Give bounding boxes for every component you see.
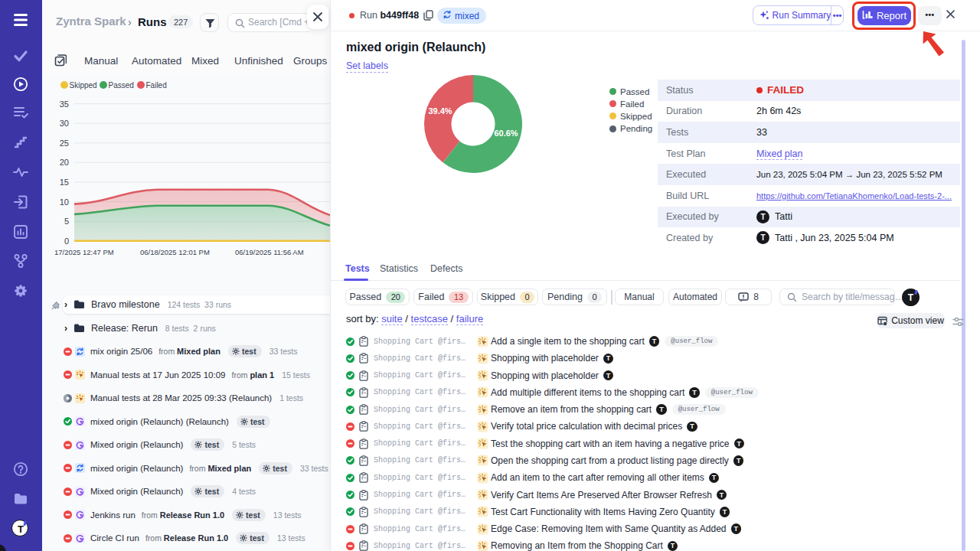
svg-text:06/19/2025 11:56 AM: 06/19/2025 11:56 AM (235, 248, 304, 256)
svg-text:25: 25 (60, 139, 69, 148)
svg-text:Failed: Failed (146, 81, 167, 90)
svg-text:35: 35 (60, 99, 69, 109)
svg-text:20: 20 (60, 158, 69, 167)
svg-text:0: 0 (64, 236, 69, 246)
svg-text:60.6%: 60.6% (494, 129, 518, 138)
svg-text:17/2025 12:47 PM: 17/2025 12:47 PM (54, 248, 114, 256)
svg-text:Passed: Passed (109, 81, 134, 90)
svg-text:06/18/2025 12:01 PM: 06/18/2025 12:01 PM (140, 248, 210, 256)
svg-text:39.4%: 39.4% (428, 106, 452, 116)
svg-text:5: 5 (64, 217, 69, 226)
svg-text:30: 30 (60, 119, 69, 128)
svg-text:Skipped: Skipped (70, 81, 97, 90)
svg-text:15: 15 (60, 178, 69, 187)
svg-text:10: 10 (60, 197, 69, 207)
